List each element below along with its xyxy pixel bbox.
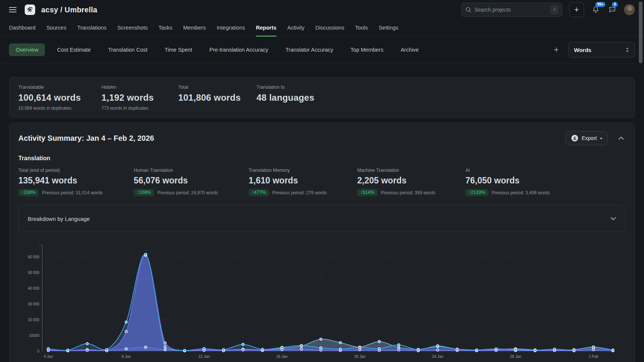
stat-label: Human Translation <box>134 168 249 173</box>
nav-item-screenshots[interactable]: Screenshots <box>118 19 148 37</box>
project-breadcrumb: acsy / Umbrella <box>41 6 97 14</box>
reports-subnav: Overview Cost Estimate Translation Cost … <box>0 37 644 64</box>
tab-time-spent[interactable]: Time Spent <box>165 47 192 53</box>
activity-summary-card: Activity Summary: Jan 4 – Feb 2, 2026 Ex… <box>9 122 635 362</box>
stat-label: Total <box>178 85 256 90</box>
svg-text:12 Jan: 12 Jan <box>198 355 210 359</box>
stat-translation-to: Translation to 48 languages <box>256 85 626 111</box>
svg-text:30 000: 30 000 <box>28 302 39 306</box>
svg-text:16 Jan: 16 Jan <box>276 355 288 359</box>
unit-select[interactable]: Words <box>568 42 635 58</box>
stat-value: 1,610 words <box>249 176 357 186</box>
svg-text:8 Jan: 8 Jan <box>122 355 131 359</box>
delta-badge: ↑2133% <box>465 189 488 196</box>
previous-period-text: Previous period: 31,014 words <box>42 190 103 195</box>
stat-translation-memory: Translation Memory 1,610 words ↑477% Pre… <box>249 168 357 196</box>
tab-top-members[interactable]: Top Members <box>350 47 383 53</box>
search-projects-box[interactable]: / <box>461 3 562 17</box>
download-icon <box>571 134 578 142</box>
svg-text:20 Jan: 20 Jan <box>354 355 365 359</box>
notifications-button[interactable]: 99+ <box>591 4 601 15</box>
stat-label: Translatable <box>18 85 101 90</box>
stat-subtext: 10,569 words in duplicates <box>18 106 101 111</box>
export-label: Export <box>582 135 597 141</box>
messages-count-badge: 4 <box>612 2 618 7</box>
delta-badge: ↑477% <box>249 189 269 196</box>
stat-total-end-of-period: Total (end of period) 135,941 words ↑338… <box>18 168 134 196</box>
tab-translation-cost[interactable]: Translation Cost <box>108 47 148 53</box>
stat-label: Hidden <box>101 85 178 90</box>
collapse-section-button[interactable] <box>617 134 626 143</box>
messages-button[interactable]: 4 <box>607 4 617 15</box>
logo-swirl-icon <box>26 6 34 14</box>
nav-item-settings[interactable]: Settings <box>379 19 398 37</box>
delta-badge: ↑338% <box>18 189 39 196</box>
stat-label: Translation to <box>256 85 626 90</box>
svg-text:4 Jan: 4 Jan <box>44 355 53 359</box>
word-totals-card: Translatable 100,614 words 10,569 words … <box>9 77 635 118</box>
translation-section-title: Translation <box>18 155 626 162</box>
chevron-down-icon <box>610 217 616 220</box>
search-input[interactable] <box>474 7 548 13</box>
nav-item-dashboard[interactable]: Dashboard <box>9 19 36 37</box>
select-arrows-icon <box>625 47 629 53</box>
stat-label: Machine Translation <box>357 168 465 173</box>
svg-text:0: 0 <box>37 349 39 353</box>
tab-pretranslation-accuracy[interactable]: Pre-translation Accuracy <box>209 47 268 53</box>
nav-item-sources[interactable]: Sources <box>46 19 66 37</box>
svg-text:1 Feb: 1 Feb <box>589 355 598 359</box>
previous-period-text: Previous period: 279 words <box>272 190 326 195</box>
stat-value: 135,941 words <box>18 176 134 186</box>
search-shortcut-hint: / <box>551 6 558 14</box>
stat-value: 76,050 words <box>465 176 626 186</box>
stat-total: Total 101,806 words <box>178 85 256 111</box>
tab-archive[interactable]: Archive <box>401 47 419 53</box>
svg-text:60 000: 60 000 <box>28 255 39 259</box>
nav-item-tools[interactable]: Tools <box>355 19 368 37</box>
nav-item-members[interactable]: Members <box>183 19 206 37</box>
activity-summary-title: Activity Summary: Jan 4 – Feb 2, 2026 <box>18 134 154 143</box>
nav-item-translations[interactable]: Translations <box>77 19 106 37</box>
stat-value: 48 languages <box>256 92 626 103</box>
caret-down-icon: ▾ <box>600 136 602 140</box>
activity-chart-area: 01000020 00030 00040 00050 00060 0004 Ja… <box>18 235 626 362</box>
nav-item-reports[interactable]: Reports <box>256 19 277 37</box>
nav-item-tasks[interactable]: Tasks <box>158 19 172 37</box>
stat-label: Translation Memory <box>249 168 357 173</box>
user-avatar[interactable] <box>624 4 635 15</box>
svg-text:10000: 10000 <box>29 334 39 338</box>
breakdown-by-language-toggle[interactable]: Breakdown by Language <box>18 205 626 232</box>
translation-stats-row: Total (end of period) 135,941 words ↑338… <box>18 168 626 196</box>
svg-text:28 Jan: 28 Jan <box>510 355 521 359</box>
nav-item-integrations[interactable]: Integrations <box>217 19 245 37</box>
stat-label: Total (end of period) <box>18 168 134 173</box>
create-project-button[interactable]: + <box>569 2 584 17</box>
top-bar: acsy / Umbrella / + 99+ <box>0 0 644 19</box>
main-nav: Dashboard Sources Translations Screensho… <box>0 19 644 37</box>
page-scrollbar[interactable] <box>639 1 643 63</box>
export-button[interactable]: Export ▾ <box>565 131 608 145</box>
project-logo[interactable] <box>25 4 35 15</box>
stat-value: 101,806 words <box>178 92 256 103</box>
chevron-up-icon <box>618 136 624 140</box>
hamburger-menu-icon[interactable] <box>9 7 16 12</box>
tab-cost-estimate[interactable]: Cost Estimate <box>57 47 91 53</box>
breakdown-label: Breakdown by Language <box>28 216 90 222</box>
tab-translator-accuracy[interactable]: Translator Accuracy <box>286 47 334 53</box>
previous-period-text: Previous period: 359 words <box>381 190 435 195</box>
delta-badge: ↑514% <box>357 189 377 196</box>
tab-overview[interactable]: Overview <box>9 43 45 56</box>
stat-subtext: 773 words in duplicates <box>101 106 178 111</box>
svg-text:40 000: 40 000 <box>28 286 39 290</box>
delta-badge: ↑108% <box>134 189 154 196</box>
nav-item-activity[interactable]: Activity <box>287 19 304 37</box>
unit-select-value: Words <box>574 47 591 53</box>
search-icon <box>465 7 471 13</box>
add-report-button[interactable]: + <box>554 46 559 54</box>
svg-text:50 000: 50 000 <box>28 271 39 275</box>
nav-item-discussions[interactable]: Discussions <box>315 19 344 37</box>
activity-chart: 01000020 00030 00040 00050 00060 0004 Ja… <box>18 235 622 362</box>
stat-value: 56,076 words <box>134 176 249 186</box>
previous-period-text: Previous period: 3,406 words <box>492 190 550 195</box>
stat-human-translation: Human Translation 56,076 words ↑108% Pre… <box>134 168 249 196</box>
